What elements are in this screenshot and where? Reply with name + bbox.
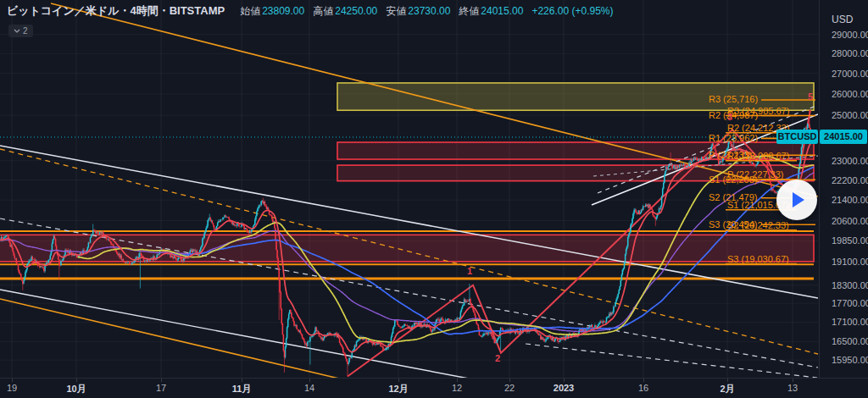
price-tick-label: 19850.00	[832, 235, 868, 246]
price-tick-label: 21400.00	[832, 195, 868, 205]
indicator-collapse-chip[interactable]: 2	[8, 25, 33, 37]
time-tick-mark	[242, 379, 242, 382]
wave-label-2: 2	[495, 353, 500, 363]
play-button[interactable]	[776, 180, 817, 220]
time-tick-mark	[509, 379, 510, 382]
low-value: 安値23730.00	[386, 4, 450, 19]
symbol-price-label: BTCUSD	[776, 130, 818, 144]
pivot-set-weekly-label: R3 (25,716)	[709, 94, 758, 104]
price-axis[interactable]: USD 29000.0028000.0027000.0026000.002500…	[819, 0, 868, 379]
price-tick-label: 19100.00	[832, 257, 868, 267]
price-tick-label: 15950.00	[832, 355, 868, 365]
price-tick-label: 20600.00	[832, 216, 868, 226]
price-tick-label: 17700.00	[832, 298, 868, 308]
time-tick-mark	[793, 379, 793, 382]
time-tick-mark	[76, 379, 77, 382]
time-tick-mark	[457, 379, 458, 382]
time-tick-mark	[161, 379, 162, 382]
time-tick-label: 11月	[232, 383, 252, 395]
price-tick-label: 27000.00	[832, 69, 868, 79]
time-tick-label: 12	[452, 383, 462, 393]
time-tick-mark	[12, 379, 13, 382]
lower-left-orange	[0, 299, 339, 379]
chevron-down-icon	[14, 29, 20, 33]
price-tick-label: 26000.00	[832, 89, 868, 99]
axis-currency-label: USD	[832, 14, 853, 25]
high-value: 高値24250.00	[313, 4, 377, 19]
change-value: +226.00 (+0.95%)	[531, 5, 613, 17]
price-tick-label: 25000.00	[832, 110, 868, 120]
lower-white-dashed	[526, 344, 817, 378]
open-value: 始値23809.00	[240, 4, 304, 19]
time-tick-mark	[643, 379, 644, 382]
pivot-set-secondary-label: P (22,227.33)	[727, 169, 783, 180]
wave-label-3: 3	[727, 112, 732, 122]
price-tick-label: 29000.00	[832, 30, 868, 40]
price-tick-label: 16500.00	[832, 336, 868, 346]
time-tick-label: 19	[7, 383, 17, 393]
pivot-set-secondary-label: R1 (23,000.67)	[727, 151, 789, 161]
symbol-title: ビットコイン／米ドル・4時間・BITSTAMP	[7, 3, 225, 19]
time-tick-label: 22	[504, 383, 515, 393]
price-tick-label: 28000.00	[832, 48, 868, 58]
play-icon	[793, 192, 804, 207]
time-tick-mark	[309, 379, 310, 382]
time-tick-label: 17	[156, 383, 166, 393]
time-axis[interactable]: 1910月1711月1412月12222023162月13	[0, 378, 868, 398]
time-tick-mark	[727, 379, 728, 382]
wave-label-1: 1	[467, 266, 472, 276]
price-tick-label: 17100.00	[832, 317, 868, 327]
time-tick-label: 10月	[66, 383, 86, 395]
chart-legend[interactable]: ビットコイン／米ドル・4時間・BITSTAMP 始値23809.00 高値242…	[0, 0, 613, 22]
pivot-set-secondary-label: S2 (20,242.33)	[727, 220, 789, 230]
time-tick-label: 12月	[388, 383, 408, 395]
indicator-count: 2	[23, 26, 28, 36]
zones	[0, 83, 814, 262]
wave-label-5: 5	[808, 91, 813, 102]
price-chart[interactable]: R3 (25,716)R2 (24,987)R1 (23,962)P (23,2…	[0, 0, 868, 398]
pivot-set-weekly-label: R1 (23,962)	[709, 133, 758, 143]
price-tick-label: 22200.00	[832, 175, 868, 185]
time-tick-mark	[398, 379, 399, 382]
grid	[0, 0, 818, 379]
pivot-set-secondary-label: R3 (24,985.67)	[727, 106, 789, 116]
trading-chart-window: R3 (25,716)R2 (24,987)R1 (23,962)P (23,2…	[0, 0, 868, 398]
time-tick-label: 2月	[720, 383, 734, 395]
pivot-set-secondary-label: S3 (19,030.67)	[727, 254, 789, 264]
time-tick-mark	[564, 379, 565, 382]
price-tick-label: 23000.00	[832, 156, 868, 166]
price-tick-label: 18300.00	[832, 280, 868, 290]
close-value: 終値24015.00	[459, 4, 523, 19]
time-tick-label: 16	[638, 383, 648, 393]
time-tick-label: 14	[304, 383, 314, 393]
time-tick-label: 2023	[554, 383, 574, 393]
last-price-badge: 24015.00	[820, 130, 867, 144]
time-tick-label: 13	[787, 383, 798, 393]
